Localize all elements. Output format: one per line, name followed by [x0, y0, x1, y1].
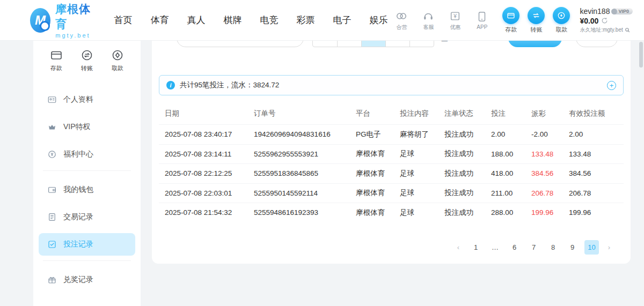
- permanent-domain: 永久地址:mgty.bet: [580, 26, 623, 34]
- nav-item[interactable]: 彩票: [292, 12, 319, 28]
- expand-plus-icon[interactable]: +: [607, 81, 616, 90]
- cell-order-number: 5255962955553921: [254, 150, 356, 158]
- filter-segment[interactable]: [313, 40, 337, 47]
- sidebar-item-wallet[interactable]: 我的钱包: [39, 178, 135, 201]
- search-icon[interactable]: [625, 27, 630, 33]
- svg-text:¥: ¥: [453, 13, 457, 19]
- sidebar-withdraw-button[interactable]: 取款: [111, 48, 125, 72]
- cell-bet-amount: 2.00: [491, 130, 531, 138]
- sidebar-transfer-button[interactable]: 转账: [80, 48, 94, 72]
- nav-item[interactable]: 棋牌: [219, 12, 246, 28]
- cell-payout: 199.96: [531, 208, 569, 217]
- deposit-icon: [502, 7, 519, 24]
- id-card-icon: [47, 95, 57, 105]
- sidebar: 存款 转账 取款 个人资料 VIP特权: [33, 40, 141, 306]
- page-button[interactable]: 8: [546, 240, 560, 255]
- sidebar-item-vip[interactable]: VIP特权: [39, 116, 135, 138]
- page-button[interactable]: 9: [565, 240, 580, 255]
- sidebar-item-welfare[interactable]: 福利中心: [39, 143, 135, 166]
- app-icon: [475, 10, 488, 23]
- order-search-input[interactable]: [177, 40, 304, 47]
- withdraw-icon: [111, 48, 125, 62]
- column-header: 平台: [356, 109, 400, 118]
- document-icon: [47, 212, 57, 222]
- cell-date: 2025-07-08 22:12:25: [165, 169, 254, 177]
- page-button[interactable]: 6: [507, 240, 522, 255]
- summary-bar: i 共计95笔投注，流水：3824.72 +: [159, 75, 624, 95]
- next-page-button[interactable]: ›: [604, 240, 614, 255]
- sidebar-deposit-button[interactable]: 存款: [49, 48, 63, 72]
- vertical-scrollbar-thumb[interactable]: [639, 42, 643, 68]
- cell-order-number: 5255948616192393: [254, 208, 356, 217]
- refresh-balance-icon[interactable]: [601, 17, 608, 24]
- sidebar-item-label: 我的钱包: [63, 185, 93, 195]
- table-row: 2025-07-08 23:40:17 1942609694094831616 …: [159, 124, 624, 144]
- bet-records-table: 日期 订单号 平台 投注内容 注单状态 投注 派彩 有效投注额: [159, 103, 624, 222]
- app-download-link[interactable]: APP: [472, 10, 492, 30]
- nav-item[interactable]: 电子: [328, 12, 355, 28]
- site-logo[interactable]: M 摩根体育 mgty.bet: [30, 2, 94, 39]
- sidebar-item-label: 交易记录: [63, 212, 93, 222]
- cell-payout: 206.78: [531, 189, 569, 197]
- support-label: 客服: [423, 24, 434, 31]
- top-navbar: M 摩根体育 mgty.bet 首页 体育 真人 棋牌 电竞 彩票 电子 娱乐: [0, 0, 644, 40]
- page-button[interactable]: 10: [584, 240, 599, 255]
- cell-date: 2025-07-08 22:03:01: [165, 189, 254, 197]
- sidebar-item-prize-records[interactable]: 兑奖记录: [39, 268, 135, 291]
- nav-item[interactable]: 真人: [182, 12, 209, 28]
- column-header: 派彩: [531, 109, 569, 118]
- column-header: 日期: [165, 109, 254, 118]
- utility-icons: 合营 客服 ¥ 优惠 APP: [392, 10, 492, 31]
- cell-bet-amount: 211.00: [491, 189, 531, 197]
- sidebar-divider: [43, 170, 131, 171]
- filter-segment[interactable]: [337, 40, 361, 47]
- promo-label: 优惠: [450, 24, 460, 31]
- table-row: 2025-07-08 22:03:01 5255950145592114 摩根体…: [159, 183, 624, 203]
- sidebar-item-label: 个人资料: [63, 95, 93, 105]
- support-link[interactable]: 客服: [419, 10, 438, 31]
- wallet-shortcuts: 存款 转账 取款: [502, 7, 570, 34]
- sidebar-item-bet-records[interactable]: 投注记录: [39, 233, 135, 256]
- column-header: 有效投注额: [569, 109, 618, 118]
- table-row: 2025-07-08 22:12:25 5255951836845865 摩根体…: [159, 163, 624, 183]
- partner-link[interactable]: 合营: [392, 10, 411, 31]
- summary-text: 共计95笔投注，流水：3824.72: [180, 80, 279, 90]
- cell-valid-amount: 199.96: [569, 208, 618, 217]
- promo-icon: ¥: [449, 10, 462, 23]
- page-button[interactable]: 7: [526, 240, 541, 255]
- promo-link[interactable]: ¥ 优惠: [445, 10, 465, 31]
- gift-icon: [47, 275, 57, 285]
- deposit-label: 存款: [505, 26, 517, 34]
- transfer-icon: [528, 7, 545, 24]
- deposit-icon: [49, 48, 63, 62]
- nav-item[interactable]: 体育: [146, 12, 173, 28]
- page-button[interactable]: 1: [469, 240, 483, 255]
- query-button[interactable]: [508, 40, 562, 47]
- grid-icon[interactable]: ⊞: [441, 40, 448, 44]
- cell-payout: -2.00: [531, 130, 569, 138]
- sidebar-menu: 个人资料 VIP特权 福利中心 我的钱包 交易记录: [33, 77, 141, 291]
- deposit-button[interactable]: 存款: [502, 7, 519, 34]
- nav-item[interactable]: 娱乐: [365, 12, 392, 28]
- transfer-button[interactable]: 转账: [528, 7, 545, 34]
- reset-button[interactable]: [576, 40, 618, 47]
- filter-segment[interactable]: [385, 40, 409, 47]
- filter-segment-active[interactable]: [361, 40, 385, 47]
- withdraw-button[interactable]: 取款: [553, 7, 570, 34]
- cell-status: 投注成功: [444, 130, 491, 139]
- filter-segment[interactable]: [409, 40, 434, 47]
- cell-status: 投注成功: [444, 149, 491, 159]
- balance-amount: ¥0.00: [580, 17, 598, 25]
- prev-page-button[interactable]: ‹: [453, 240, 464, 255]
- nav-item[interactable]: 首页: [109, 12, 136, 28]
- bet-records-card: ⊞ i 共计95笔投注，流水：3824.72 + 日期 订单号 平台 投注内容: [152, 40, 631, 264]
- page-button[interactable]: …: [488, 240, 502, 255]
- sidebar-item-profile[interactable]: 个人资料: [39, 88, 135, 111]
- logo-subtitle: mgty.bet: [55, 32, 94, 39]
- logo-ball-icon: M: [30, 8, 50, 33]
- sidebar-item-transactions[interactable]: 交易记录: [39, 206, 135, 228]
- cell-date: 2025-07-08 23:40:17: [165, 130, 254, 138]
- nav-item[interactable]: 电竞: [255, 12, 282, 28]
- sidebar-deposit-label: 存款: [50, 64, 62, 72]
- cell-valid-amount: 133.48: [569, 150, 618, 158]
